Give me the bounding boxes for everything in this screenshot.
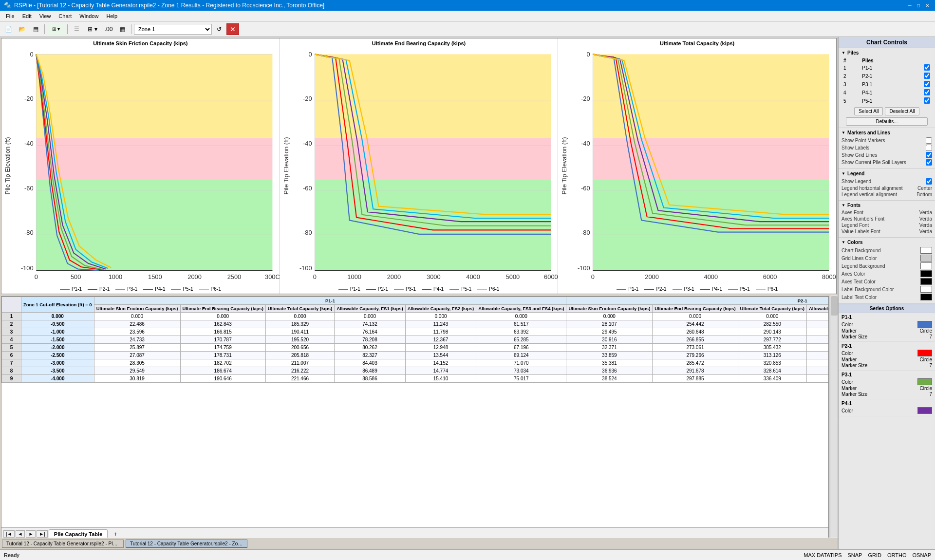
tc-legend-p51: P5-1: [728, 286, 750, 292]
series-options-title: Series Options: [839, 304, 935, 313]
p21-val-3: 0.000: [806, 313, 828, 320]
p11-val-1: 190.646: [180, 375, 265, 383]
menu-edit[interactable]: Edit: [19, 12, 36, 20]
show-legend-checkbox[interactable]: [926, 178, 932, 185]
menu-view[interactable]: View: [36, 12, 55, 20]
open-button[interactable]: 📂: [16, 23, 28, 35]
ult-total-p11: Ultimate Total Capacity (kips): [265, 305, 334, 313]
show-grid-lines-checkbox[interactable]: [926, 152, 932, 158]
colors-section: ▼ Colors Chart Background Grid Lines Col…: [839, 238, 935, 304]
p11-val-3: 78.208: [335, 336, 406, 344]
legend-label-p61: P6-1: [211, 286, 221, 292]
zone-dropdown[interactable]: Zone 1: [134, 24, 212, 35]
table-section: Zone 1 Cut-off Elevation (ft) = 0 P1-1 P…: [1, 296, 829, 541]
deselect-all-button[interactable]: Deselect All: [885, 107, 919, 115]
close-button[interactable]: ✕: [923, 1, 931, 9]
svg-text:-80: -80: [24, 229, 34, 236]
toggle-button[interactable]: ▤: [29, 23, 42, 35]
show-current-pile-checkbox[interactable]: [926, 159, 932, 166]
status-text: Ready: [4, 552, 19, 558]
pile-name-col: Piles: [860, 57, 903, 64]
markers-section-header[interactable]: ▼ Markers and Lines: [842, 130, 932, 135]
num-button[interactable]: .00: [102, 23, 115, 35]
grid-button[interactable]: ⊞ ▾: [84, 23, 101, 35]
chart-bg-color[interactable]: [920, 247, 932, 254]
p11-val-3: 86.489: [335, 367, 406, 375]
series-p21-color-box[interactable]: [917, 350, 932, 356]
piles-section-header[interactable]: ▼ Piles: [842, 50, 932, 56]
minimize-button[interactable]: ─: [906, 1, 914, 9]
table-button[interactable]: ▦: [116, 23, 129, 35]
legend-label-p21: P2-1: [99, 286, 110, 292]
axes-text-color-box[interactable]: [920, 278, 932, 285]
vertical-scrollbar[interactable]: [830, 295, 838, 541]
p21-val-3: 113.020: [806, 320, 828, 328]
fonts-section-header[interactable]: ▼ Fonts: [842, 203, 932, 208]
series-p21-marker-size-label: Marker Size: [842, 363, 867, 368]
grid-lines-color-box[interactable]: [920, 255, 932, 261]
scroll-prev[interactable]: ◄: [16, 530, 25, 538]
end-bearing-chart: Ultimate End Bearing Capacity (kips): [280, 38, 559, 294]
list-button[interactable]: ☰: [70, 23, 83, 35]
pile-row: 2 P2-1: [842, 72, 932, 80]
status-max-datatips: MAX DATATIPS: [804, 552, 842, 558]
series-p11-color-row: Color: [842, 321, 932, 328]
pile-checkbox[interactable]: [924, 81, 930, 87]
pile-checkbox[interactable]: [924, 97, 930, 104]
p21-val-1: 285.472: [653, 359, 738, 367]
new-button[interactable]: 📄: [2, 23, 15, 35]
p21-val-3: 131.445: [806, 367, 828, 375]
charts-row: Ultimate Skin Friction Capacity (kips) 0: [1, 38, 837, 294]
show-point-markers-checkbox[interactable]: [926, 137, 932, 144]
series-p21-color-label: Color: [842, 351, 853, 356]
excel-button[interactable]: ⊞ ▾: [47, 23, 65, 35]
p11-val-5: 75.017: [476, 375, 566, 383]
tc-legend-label-p61: P6-1: [767, 286, 778, 292]
menu-chart[interactable]: Chart: [55, 12, 75, 20]
menu-help[interactable]: Help: [102, 12, 121, 20]
status-ortho: ORTHO: [887, 552, 907, 558]
legend-bg-color[interactable]: [920, 262, 932, 269]
colors-section-header[interactable]: ▼ Colors: [842, 240, 932, 245]
pile-checkbox[interactable]: [924, 64, 930, 71]
series-p11-color-box[interactable]: [917, 321, 932, 328]
scroll-next[interactable]: ►: [26, 530, 36, 538]
axes-color-box[interactable]: [920, 270, 932, 277]
pile-checkbox[interactable]: [924, 89, 930, 95]
label-text-color-box[interactable]: [920, 294, 932, 300]
p11-val-5: 69.124: [476, 352, 566, 359]
stop-button[interactable]: ✕: [226, 23, 239, 35]
label-text-color-label: Label Text Color: [842, 295, 877, 300]
defaults-button[interactable]: Defaults...: [846, 117, 927, 126]
pile-checkbox[interactable]: [924, 73, 930, 79]
refresh-button[interactable]: ↺: [213, 23, 225, 35]
table-wrapper[interactable]: Zone 1 Cut-off Elevation (ft) = 0 P1-1 P…: [1, 297, 828, 527]
legend-section-header[interactable]: ▼ Legend: [842, 171, 932, 176]
total-capacity-legend: P1-1 P2-1 P3-1 P4-1: [558, 284, 836, 294]
scroll-last[interactable]: ►|: [37, 530, 48, 538]
label-bg-color-box[interactable]: [920, 286, 932, 293]
series-p31-color-label: Color: [842, 379, 853, 385]
menu-window[interactable]: Window: [75, 12, 102, 20]
value-labels-font-row: Value Labels Font Verda: [842, 229, 932, 234]
taskbar-item-plan[interactable]: Tutorial 12 - Capacity Table Generator.r…: [2, 540, 124, 548]
menu-file[interactable]: File: [2, 12, 19, 20]
p21-val-2: 0.000: [738, 313, 806, 320]
legend-line-p21: [88, 289, 97, 290]
p11-header: P1-1: [94, 297, 566, 305]
colors-collapse-arrow: ▼: [842, 240, 845, 244]
pile-elevation: -1.500: [21, 336, 94, 344]
series-p41-color-box[interactable]: [917, 407, 932, 414]
maximize-button[interactable]: □: [915, 1, 922, 9]
show-labels-checkbox[interactable]: [926, 145, 932, 151]
select-all-button[interactable]: Select All: [854, 107, 883, 115]
pile-num: 5: [842, 97, 860, 105]
status-right: MAX DATATIPS SNAP GRID ORTHO OSNAP: [804, 552, 931, 558]
svg-text:-60: -60: [24, 185, 34, 192]
scroll-first[interactable]: |◄: [3, 530, 15, 538]
fonts-collapse-arrow: ▼: [842, 203, 845, 207]
p11-val-3: 80.262: [335, 344, 406, 352]
taskbar-item-zone1[interactable]: Tutorial 12 - Capacity Table Generator.r…: [126, 540, 247, 548]
ult-skin-fr-p21: Ultimate Skin Friction Capacity (kips): [566, 305, 653, 313]
series-p31-color-box[interactable]: [917, 378, 932, 385]
